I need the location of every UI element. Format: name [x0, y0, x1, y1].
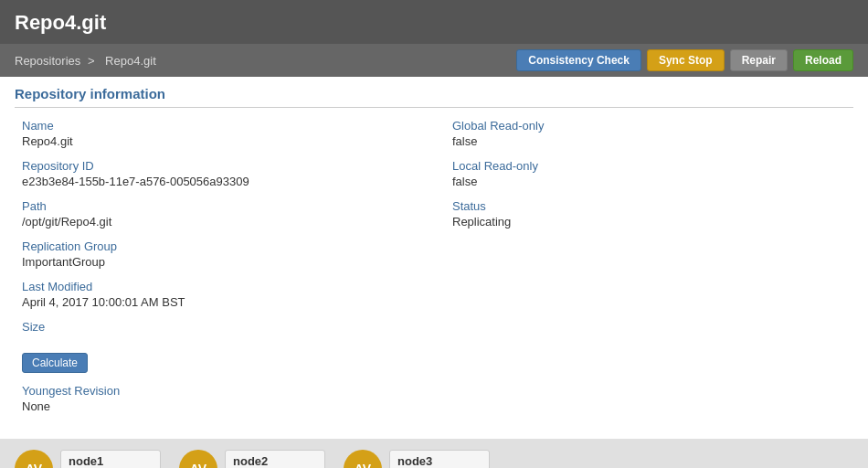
repair-button[interactable]: Repair	[730, 49, 788, 71]
breadcrumb-current: Repo4.git	[105, 54, 156, 68]
status-label: Status	[452, 199, 846, 213]
field-status: Status Replicating	[452, 199, 846, 229]
last-modified-label: Last Modified	[22, 280, 416, 293]
reload-button[interactable]: Reload	[793, 49, 853, 71]
node-avatar: AV	[15, 450, 53, 468]
node-card: AV node3 Active Voter ✓ 0 pending	[344, 450, 490, 468]
size-label: Size	[22, 320, 416, 334]
repo-info-left: Name Repo4.git Repository ID e23b3e84-15…	[22, 119, 416, 424]
field-last-modified: Last Modified April 4, 2017 10:00:01 AM …	[22, 280, 416, 309]
nav-bar: Repositories > Repo4.git Consistency Che…	[0, 44, 868, 77]
field-youngest-revision: Youngest Revision None	[22, 384, 416, 413]
replication-group-label: Replication Group	[22, 239, 416, 253]
youngest-revision-label: Youngest Revision	[22, 384, 416, 398]
field-local-readonly: Local Read-only false	[452, 159, 846, 188]
replication-group-value: ImportantGroup	[22, 255, 105, 269]
field-repo-id: Repository ID e23b3e84-155b-11e7-a576-00…	[22, 159, 416, 188]
field-global-readonly: Global Read-only false	[452, 119, 846, 148]
node-avatar: AV	[344, 450, 382, 468]
node-name: node3	[397, 454, 482, 468]
breadcrumb-separator: >	[88, 54, 95, 68]
node-card: AV node1 Active Voter ✓ 0 pending	[15, 450, 161, 468]
name-value: Repo4.git	[22, 134, 73, 148]
local-readonly-label: Local Read-only	[452, 159, 846, 173]
youngest-revision-value: None	[22, 399, 50, 413]
field-path: Path /opt/git/Repo4.git	[22, 199, 416, 229]
repo-id-label: Repository ID	[22, 159, 416, 173]
last-modified-value: April 4, 2017 10:00:01 AM BST	[22, 295, 185, 309]
node-name: node1	[69, 454, 153, 468]
repo-id-value: e23b3e84-155b-11e7-a576-005056a93309	[22, 175, 249, 188]
path-value: /opt/git/Repo4.git	[22, 215, 111, 229]
global-readonly-label: Global Read-only	[452, 119, 846, 133]
sync-stop-button[interactable]: Sync Stop	[647, 49, 725, 71]
field-size: Size Calculate	[22, 320, 416, 373]
name-label: Name	[22, 119, 416, 133]
repo-info-section-title: Repository information	[15, 77, 853, 108]
nav-buttons: Consistency Check Sync Stop Repair Reloa…	[516, 49, 853, 71]
local-readonly-value: false	[452, 175, 477, 188]
path-label: Path	[22, 199, 416, 213]
field-name: Name Repo4.git	[22, 119, 416, 148]
breadcrumb: Repositories > Repo4.git	[15, 54, 160, 68]
nodes-section: AV node1 Active Voter ✓ 0 pending AV nod…	[0, 439, 868, 468]
node-name: node2	[233, 454, 317, 468]
node-card: AV node2 Active Voter ✓ 0 pending	[179, 450, 325, 468]
page-title: Repo4.git	[15, 11, 853, 35]
status-value: Replicating	[452, 215, 511, 229]
consistency-check-button[interactable]: Consistency Check	[516, 49, 641, 71]
breadcrumb-repositories-link[interactable]: Repositories	[15, 54, 80, 68]
page-header: Repo4.git	[0, 0, 868, 44]
main-content: Repository information Name Repo4.git Re…	[0, 77, 868, 439]
calculate-button[interactable]: Calculate	[22, 353, 88, 373]
node-info: node1 Active Voter ✓ 0 pending	[60, 450, 161, 468]
node-info: node3 Active Voter ✓ 0 pending	[389, 450, 490, 468]
node-avatar: AV	[179, 450, 217, 468]
node-info: node2 Active Voter ✓ 0 pending	[225, 450, 325, 468]
repo-info: Name Repo4.git Repository ID e23b3e84-15…	[15, 119, 853, 424]
field-replication-group: Replication Group ImportantGroup	[22, 239, 416, 269]
global-readonly-value: false	[452, 134, 477, 148]
repo-info-right: Global Read-only false Local Read-only f…	[452, 119, 846, 424]
